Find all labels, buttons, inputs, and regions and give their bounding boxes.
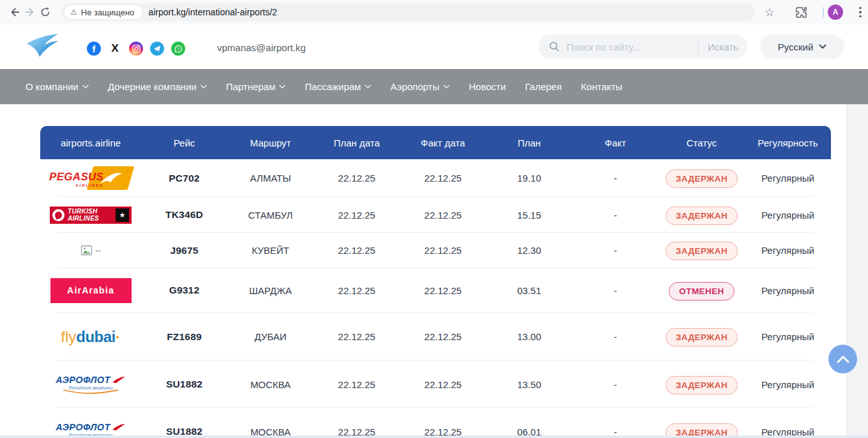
cell-status: ЗАДЕРЖАН bbox=[666, 173, 738, 184]
nav-item-2[interactable]: Дочерние компании bbox=[108, 81, 207, 92]
cell-route: ШАРДЖА bbox=[249, 285, 292, 296]
broken-image-alt-text: -- bbox=[95, 246, 101, 255]
cell-plan-time: 13.00 bbox=[517, 331, 542, 342]
facebook-icon[interactable]: f bbox=[87, 42, 101, 56]
aeroflot-swoosh-icon bbox=[63, 389, 118, 394]
airline-logo-missing: -- bbox=[80, 245, 101, 256]
bookmark-star-icon[interactable]: ☆ bbox=[763, 5, 777, 19]
airline-logo-turkish-airlines: TURKISHAIRLINES★ bbox=[50, 207, 132, 224]
cell-route: ДУБАИ bbox=[254, 331, 286, 342]
cell-airline: PEGASUSAIRLINES bbox=[49, 166, 132, 191]
chevron-down-icon bbox=[82, 84, 89, 89]
contact-email[interactable]: vpmanas@airport.kg bbox=[217, 42, 306, 53]
cell-plan-date: 22.12.25 bbox=[338, 379, 375, 390]
cell-plan-date: 22.12.25 bbox=[338, 245, 375, 256]
cell-airline: -- bbox=[80, 245, 101, 256]
cell-airline: AirArabia bbox=[50, 278, 132, 303]
cell-status: ЗАДЕРЖАН bbox=[666, 210, 738, 221]
search-icon bbox=[549, 41, 560, 52]
nav-item-6[interactable]: Новости bbox=[469, 81, 506, 92]
column-header-status: Статус bbox=[687, 137, 717, 148]
search-button[interactable]: Искать bbox=[699, 41, 747, 53]
nav-item-8[interactable]: Контакты bbox=[581, 81, 623, 92]
cell-regularity: Регулярный bbox=[761, 331, 814, 342]
status-badge: ЗАДЕРЖАН bbox=[666, 242, 738, 260]
x-twitter-icon[interactable]: X bbox=[108, 42, 122, 56]
cell-airline: TURKISHAIRLINES★ bbox=[50, 207, 132, 224]
table-row: АЭРОФЛОТРоссийские авиалинииSU1882МОСКВА… bbox=[40, 408, 831, 438]
nav-item-3[interactable]: Партнерам bbox=[226, 81, 286, 92]
nav-item-1[interactable]: О компании bbox=[26, 81, 89, 92]
nav-item-7[interactable]: Галерея bbox=[525, 81, 562, 92]
scroll-to-top-button[interactable] bbox=[828, 345, 857, 373]
flydubai-dubai-text: dubai bbox=[76, 329, 116, 345]
address-bar[interactable]: ⚠ Не защищено airport.kg/international-a… bbox=[61, 3, 756, 21]
cell-plan-date: 22.12.25 bbox=[338, 173, 375, 184]
chevron-down-icon bbox=[201, 84, 207, 89]
security-chip[interactable]: ⚠ Не защищено bbox=[65, 5, 142, 19]
airport-logo[interactable] bbox=[24, 32, 61, 63]
airline-logo-flydubai: flydubai· bbox=[61, 329, 121, 345]
status-badge: ОТМЕНЕН bbox=[669, 282, 734, 301]
cell-plan-time: 13.50 bbox=[517, 379, 542, 390]
cell-fact-time: - bbox=[614, 173, 617, 184]
nav-item-label: О компании bbox=[26, 81, 79, 92]
column-header-airline: airports.airline bbox=[61, 137, 121, 148]
telegram-icon[interactable] bbox=[150, 42, 164, 56]
nav-item-4[interactable]: Пассажирам bbox=[305, 81, 371, 92]
url-text: airport.kg/international-airports/2 bbox=[148, 7, 277, 17]
cell-route: КУВЕЙТ bbox=[252, 245, 289, 256]
cell-fact-date: 22.12.25 bbox=[424, 285, 461, 296]
nav-item-label: Пассажирам bbox=[305, 81, 361, 92]
search-input[interactable] bbox=[560, 42, 698, 52]
airline-logo-aeroflot: АЭРОФЛОТРоссийские авиалинии bbox=[56, 375, 125, 394]
cell-fact-time: - bbox=[614, 331, 617, 342]
cell-fact-date: 22.12.25 bbox=[424, 173, 461, 184]
extensions-icon[interactable] bbox=[794, 5, 808, 19]
broken-image-icon bbox=[80, 245, 95, 256]
chevron-up-icon bbox=[836, 355, 850, 363]
language-selector[interactable]: Русский bbox=[760, 35, 844, 59]
menu-dots-icon[interactable] bbox=[855, 6, 866, 19]
cell-plan-date: 22.12.25 bbox=[338, 331, 375, 342]
status-badge: ЗАДЕРЖАН bbox=[666, 328, 738, 347]
cell-fact-time: - bbox=[614, 245, 617, 256]
instagram-icon[interactable] bbox=[129, 42, 143, 56]
whatsapp-icon[interactable] bbox=[171, 42, 185, 56]
table-header: airports.airline Рейс Маршрут План дата … bbox=[40, 126, 831, 159]
cell-route: МОСКВА bbox=[250, 379, 291, 390]
nav-item-label: Аэропорты bbox=[390, 81, 439, 92]
table-row: AirArabiaG9312ШАРДЖА22.12.2522.12.2503.5… bbox=[40, 268, 831, 313]
cell-fact-date: 22.12.25 bbox=[424, 245, 461, 256]
column-header-plan: План bbox=[517, 137, 540, 148]
cell-flight: TK346D bbox=[165, 209, 203, 221]
cell-fact-date: 22.12.25 bbox=[424, 210, 461, 221]
turkish-airlines-wordmark: TURKISHAIRLINES bbox=[68, 208, 99, 223]
airline-logo-air-arabia: AirArabia bbox=[50, 278, 132, 303]
star-alliance-icon: ★ bbox=[116, 208, 129, 222]
table-body: PEGASUSAIRLINESPC702АЛМАТЫ22.12.2522.12.… bbox=[40, 159, 831, 438]
aeroflot-wordmark: АЭРОФЛОТ bbox=[56, 422, 110, 432]
nav-item-5[interactable]: Аэропорты bbox=[390, 81, 450, 92]
profile-avatar[interactable]: A bbox=[828, 4, 843, 20]
status-badge: ЗАДЕРЖАН bbox=[666, 207, 738, 225]
cell-flight: SU1882 bbox=[166, 379, 202, 390]
chevron-down-icon bbox=[365, 84, 371, 89]
reload-button[interactable] bbox=[38, 5, 52, 19]
cell-flight: J9675 bbox=[170, 245, 198, 256]
cell-status: ОТМЕНЕН bbox=[669, 285, 734, 296]
nav-item-label: Новости bbox=[469, 81, 506, 92]
cell-airline: АЭРОФЛОТРоссийские авиалинии bbox=[56, 375, 125, 394]
table-row: flydubai·FZ1689ДУБАИ22.12.2522.12.2513.0… bbox=[40, 313, 831, 361]
table-row: TURKISHAIRLINES★TK346DСТАМБУЛ22.12.2522.… bbox=[40, 197, 831, 233]
nav-item-label: Галерея bbox=[525, 81, 562, 92]
column-header-plan-date: План дата bbox=[333, 137, 379, 148]
forward-button[interactable] bbox=[23, 5, 37, 19]
site-search: Искать bbox=[538, 35, 747, 59]
back-button[interactable] bbox=[8, 5, 22, 19]
column-header-regularity: Регулярность bbox=[758, 137, 818, 148]
cell-fact-date: 22.12.25 bbox=[424, 331, 461, 342]
aeroflot-wing-icon bbox=[112, 376, 126, 384]
air-arabia-wordmark: AirArabia bbox=[67, 285, 114, 295]
cell-plan-time: 15.15 bbox=[517, 210, 542, 221]
